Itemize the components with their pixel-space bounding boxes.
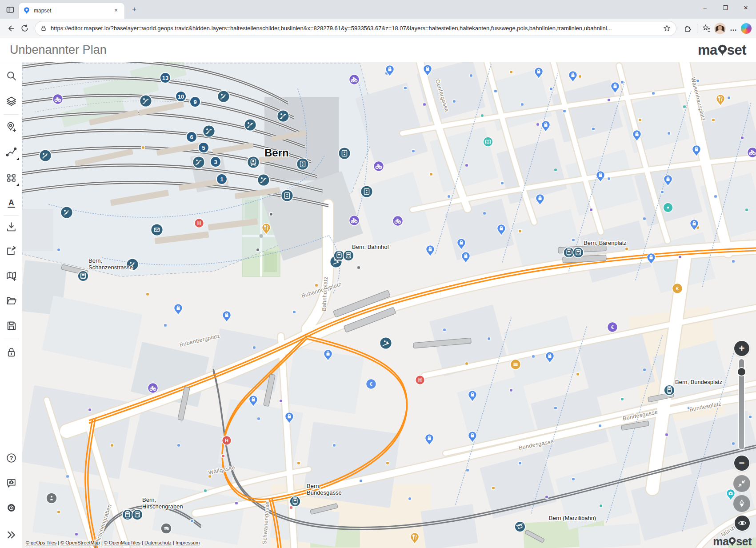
map-canvas[interactable]: €€€HHH131096531BubenbergplatzBubenbergpl… [22, 62, 756, 548]
poi-dot[interactable] [465, 362, 468, 365]
bookmark-star-icon[interactable] [663, 24, 671, 32]
poi-dot[interactable] [492, 487, 495, 490]
poi-dot[interactable] [66, 475, 69, 478]
poi-dot[interactable] [386, 462, 389, 465]
stop-label[interactable]: Bern, [307, 483, 320, 489]
tilt-compass-button[interactable] [733, 495, 750, 512]
poi-dot[interactable] [668, 132, 671, 135]
poi-dot[interactable] [483, 212, 486, 215]
stop-label[interactable]: Bern, [88, 257, 102, 264]
transit-icon-mail[interactable] [151, 224, 163, 236]
sidebar-tool-layers[interactable] [2, 92, 20, 110]
poi-circle-person[interactable] [46, 493, 57, 504]
poi-dot[interactable] [563, 110, 566, 113]
poi-circle-dot[interactable] [663, 203, 673, 212]
poi-dot[interactable] [643, 368, 646, 372]
poi-dot[interactable] [333, 444, 336, 447]
poi-circle-H[interactable]: H [416, 376, 425, 385]
poi-dot[interactable] [501, 182, 504, 185]
poi-dot[interactable] [554, 407, 557, 410]
stop-icon-funi[interactable] [515, 521, 525, 532]
poi-dot[interactable] [579, 75, 582, 78]
poi-dot[interactable] [357, 266, 360, 269]
poi-dot[interactable] [494, 90, 497, 93]
stop-icon-bus[interactable] [573, 247, 584, 258]
preview-eye-button[interactable] [735, 516, 750, 531]
more-menu-icon[interactable]: … [727, 22, 740, 35]
poi-dot[interactable] [599, 424, 602, 428]
poi-dot[interactable] [592, 128, 595, 131]
poi-dot[interactable] [466, 469, 469, 472]
poi-dot[interactable] [222, 455, 225, 458]
platform-number[interactable]: 13 [160, 72, 171, 83]
poi-dot[interactable] [191, 520, 194, 523]
poi-dot[interactable] [519, 230, 522, 233]
poi-dot[interactable] [683, 105, 686, 108]
attribution-link[interactable]: Datenschutz [144, 540, 172, 545]
poi-dot[interactable] [643, 217, 646, 220]
poi-dot[interactable] [745, 208, 748, 212]
poi-circle-book[interactable] [483, 137, 493, 147]
stop-icon-bus[interactable] [132, 509, 143, 520]
poi-dot[interactable] [315, 284, 318, 287]
platform-number[interactable]: 9 [190, 96, 200, 107]
transit-icon-lift[interactable] [361, 186, 373, 198]
poi-dot[interactable] [608, 99, 611, 102]
poi-dot[interactable] [430, 173, 433, 176]
platform-number[interactable]: 3 [210, 156, 221, 167]
poi-dot[interactable] [550, 88, 553, 91]
poi-dot[interactable] [88, 408, 92, 412]
poi-dot[interactable] [404, 87, 407, 90]
poi-circle-H[interactable]: H [195, 219, 204, 228]
transit-icon-stairs[interactable] [193, 156, 205, 168]
poi-dot[interactable] [732, 260, 735, 263]
refresh-icon[interactable] [18, 22, 31, 35]
poi-dot[interactable] [728, 96, 731, 100]
poi-dot[interactable] [111, 444, 114, 447]
platform-number[interactable]: 5 [198, 142, 209, 153]
close-tab-icon[interactable]: × [112, 7, 120, 15]
sidebar-tool-lock[interactable] [2, 343, 20, 361]
poi-dot[interactable] [75, 533, 78, 536]
transit-icon-stairs[interactable] [218, 91, 230, 103]
poi-dot[interactable] [749, 416, 752, 419]
stop-icon-bus[interactable] [343, 250, 354, 261]
poi-dot[interactable] [443, 328, 446, 332]
poi-dot[interactable] [732, 442, 735, 445]
poi-dot[interactable] [290, 506, 293, 509]
poi-dot[interactable] [293, 311, 296, 314]
poi-dot[interactable] [572, 239, 575, 242]
browser-tab[interactable]: mapset × [19, 3, 124, 19]
platform-number[interactable]: 1 [216, 174, 227, 184]
sidebar-tool-collapse[interactable] [2, 526, 20, 544]
poi-dot[interactable] [448, 195, 451, 198]
transit-icon-stairs[interactable] [203, 125, 215, 137]
poi-dot[interactable] [164, 324, 167, 327]
poi-circle-euro[interactable]: € [672, 284, 683, 294]
poi-dot[interactable] [257, 417, 260, 420]
stop-label[interactable]: Bern, Bundesplatz [675, 379, 722, 385]
transit-icon-stairs[interactable] [258, 174, 270, 186]
copilot-icon[interactable] [741, 23, 752, 34]
poi-dot[interactable] [679, 256, 682, 259]
poi-dot[interactable] [639, 119, 642, 122]
transit-icon-stairs[interactable] [61, 207, 73, 219]
transit-icon-ramp[interactable] [380, 337, 392, 349]
back-icon[interactable] [4, 22, 18, 35]
poi-dot[interactable] [57, 248, 60, 252]
poi-dot[interactable] [481, 114, 484, 117]
poi-dot[interactable] [297, 462, 300, 465]
poi-dot[interactable] [590, 208, 593, 212]
poi-dot[interactable] [280, 400, 283, 403]
poi-dot[interactable] [621, 398, 624, 401]
sidebar-tool-save-plan[interactable] [2, 316, 20, 334]
platform-number[interactable]: 6 [186, 132, 197, 142]
platform-number[interactable]: 10 [176, 91, 186, 102]
sidebar-tool-download[interactable] [2, 218, 20, 236]
sidebar-tool-feedback[interactable] [2, 474, 20, 492]
sidebar-tool-export[interactable] [2, 242, 20, 260]
attribution-link[interactable]: Impressum [176, 540, 200, 545]
poi-dot[interactable] [519, 462, 522, 465]
transit-icon-lift[interactable] [297, 158, 309, 170]
poi-dot[interactable] [572, 478, 575, 481]
